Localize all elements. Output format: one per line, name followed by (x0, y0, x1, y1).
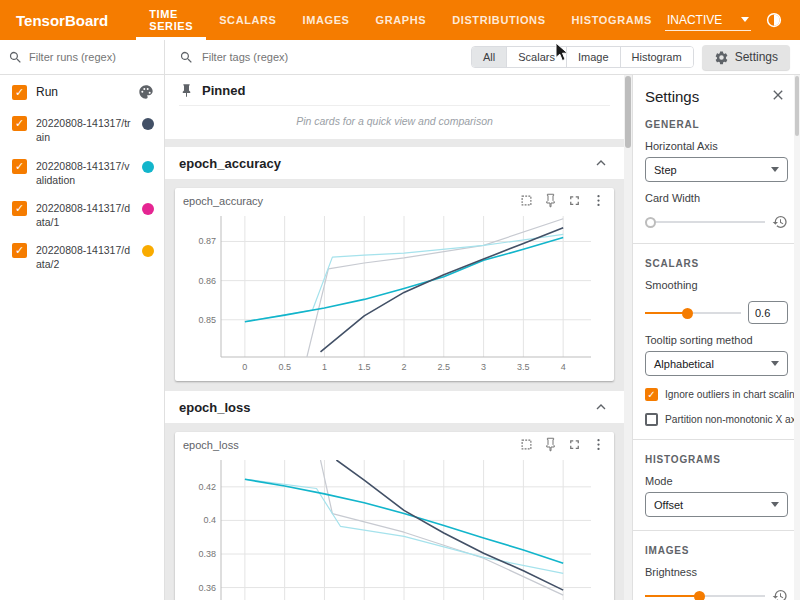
svg-text:0.42: 0.42 (198, 482, 216, 492)
ignore-outliers-checkbox[interactable]: ✓ (645, 388, 658, 401)
theme-toggle-icon[interactable] (764, 10, 784, 30)
main-scrollbar[interactable] (624, 75, 632, 600)
card-actions (519, 193, 606, 208)
tab-scalars[interactable]: SCALARS (206, 0, 289, 40)
card-actions (519, 437, 606, 452)
brightness-slider[interactable] (645, 589, 765, 600)
chip-scalars[interactable]: Scalars (506, 47, 566, 67)
pinned-title: Pinned (202, 83, 245, 98)
chip-image[interactable]: Image (566, 47, 620, 67)
header-actions: INACTIVE ? (665, 0, 800, 40)
fit-domain-icon[interactable] (519, 193, 534, 208)
divider (633, 530, 800, 531)
chip-all[interactable]: All (472, 47, 506, 67)
run-row-data-1[interactable]: ✓ 20220808-141317/data/1 (0, 194, 164, 236)
fullscreen-icon[interactable] (567, 437, 582, 452)
run-color-dot (142, 245, 154, 257)
smoothing-slider[interactable] (645, 306, 741, 320)
tab-images[interactable]: IMAGES (290, 0, 363, 40)
fullscreen-icon[interactable] (567, 193, 582, 208)
app-header: TensorBoard TIME SERIES SCALARS IMAGES G… (0, 0, 800, 40)
slider-thumb[interactable] (645, 217, 656, 228)
ignore-outliers-label: Ignore outliers in chart scaling (665, 389, 800, 400)
svg-text:2: 2 (402, 362, 407, 372)
slider-thumb[interactable] (694, 591, 705, 600)
run-row-data-2[interactable]: ✓ 20220808-141317/data/2 (0, 236, 164, 278)
run-color-dot (142, 118, 154, 130)
horizontal-axis-select[interactable]: Step (645, 157, 788, 182)
pin-card-icon[interactable] (543, 437, 558, 452)
tensorboard-app: TensorBoard TIME SERIES SCALARS IMAGES G… (0, 0, 800, 600)
runs-filter-input[interactable] (29, 51, 156, 63)
more-options-icon[interactable] (591, 193, 606, 208)
run-row-train[interactable]: ✓ 20220808-141317/train (0, 109, 164, 151)
tab-graphs[interactable]: GRAPHS (363, 0, 440, 40)
card-width-slider[interactable] (645, 215, 765, 229)
run-row-validation[interactable]: ✓ 20220808-141317/validation (0, 152, 164, 194)
run-label: 20220808-141317/validation (36, 159, 133, 187)
main-nav: TIME SERIES SCALARS IMAGES GRAPHS DISTRI… (136, 0, 665, 40)
pinned-section: Pinned Pin cards for a quick view and co… (165, 75, 624, 139)
search-icon (179, 50, 194, 65)
chevron-down-icon (771, 361, 779, 366)
card-header: epoch_accuracy (183, 193, 606, 208)
svg-text:3.5: 3.5 (517, 362, 530, 372)
run-label: 20220808-141317/data/2 (36, 243, 133, 271)
tooltip-sorting-select[interactable]: Alphabetical (645, 351, 788, 376)
card-title: epoch_accuracy (183, 195, 263, 207)
epoch-accuracy-chart[interactable]: 00.511.522.533.540.850.860.87 (183, 210, 603, 375)
tooltip-sorting-label: Tooltip sorting method (645, 334, 788, 346)
pin-card-icon[interactable] (543, 193, 558, 208)
slider-thumb[interactable] (682, 308, 693, 319)
reload-status-select[interactable]: INACTIVE (665, 10, 751, 31)
close-icon[interactable] (770, 87, 788, 105)
section-title: epoch_loss (179, 400, 251, 415)
section-header-epoch-loss[interactable]: epoch_loss (165, 391, 624, 423)
partition-x-axis-row: Partition non-monotonic X axis (645, 413, 788, 426)
pinned-header: Pinned (179, 83, 610, 106)
cards-area: Pinned Pin cards for a quick view and co… (165, 75, 632, 600)
tags-toolbar: All Scalars Image Histogram Settings (165, 40, 800, 75)
card-width-control (645, 214, 788, 230)
run-checkbox-3[interactable]: ✓ (12, 243, 27, 258)
partition-x-axis-checkbox[interactable] (645, 413, 658, 426)
run-checkbox-1[interactable]: ✓ (12, 159, 27, 174)
app-body: ✓ Run ✓ 20220808-141317/train ✓ 20220808… (0, 40, 800, 600)
chevron-up-icon[interactable] (592, 154, 610, 172)
run-checkbox-all[interactable]: ✓ (12, 85, 27, 100)
histogram-mode-select[interactable]: Offset (645, 492, 788, 517)
group-label-images: IMAGES (645, 545, 788, 556)
chart-card-epoch-loss: epoch_loss 00.511.522.533.540.360.380.40… (175, 432, 614, 600)
more-options-icon[interactable] (591, 437, 606, 452)
horizontal-axis-label: Horizontal Axis (645, 140, 788, 152)
tab-distributions[interactable]: DISTRIBUTIONS (439, 0, 558, 40)
svg-text:2.5: 2.5 (438, 362, 451, 372)
chevron-up-icon[interactable] (592, 398, 610, 416)
reset-card-width-icon[interactable] (772, 214, 788, 230)
group-label-histograms: HISTOGRAMS (645, 454, 788, 465)
chip-histogram[interactable]: Histogram (620, 47, 693, 67)
run-checkbox-2[interactable]: ✓ (12, 201, 27, 216)
content-row: Pinned Pin cards for a quick view and co… (165, 75, 800, 600)
pin-icon (179, 83, 194, 98)
tags-filter-input[interactable] (202, 51, 463, 63)
tab-histograms[interactable]: HISTOGRAMS (559, 0, 665, 40)
fit-domain-icon[interactable] (519, 437, 534, 452)
main-scrollbar-thumb[interactable] (625, 76, 631, 148)
section-header-epoch-accuracy[interactable]: epoch_accuracy (165, 147, 624, 179)
smoothing-label: Smoothing (645, 279, 788, 291)
brightness-control (645, 588, 788, 600)
tab-time-series[interactable]: TIME SERIES (136, 0, 206, 40)
settings-button[interactable]: Settings (702, 45, 790, 70)
palette-icon[interactable] (138, 84, 154, 100)
card-header: epoch_loss (183, 437, 606, 452)
run-label: 20220808-141317/train (36, 116, 133, 144)
smoothing-input[interactable] (748, 301, 788, 324)
run-checkbox-0[interactable]: ✓ (12, 116, 27, 131)
reset-brightness-icon[interactable] (772, 588, 788, 600)
settings-panel-header: Settings (645, 87, 788, 105)
brightness-label: Brightness (645, 566, 788, 578)
epoch-loss-chart[interactable]: 00.511.522.533.540.360.380.40.42 (183, 454, 603, 600)
settings-scrollbar[interactable] (794, 75, 800, 600)
settings-scrollbar-thumb[interactable] (795, 76, 799, 136)
